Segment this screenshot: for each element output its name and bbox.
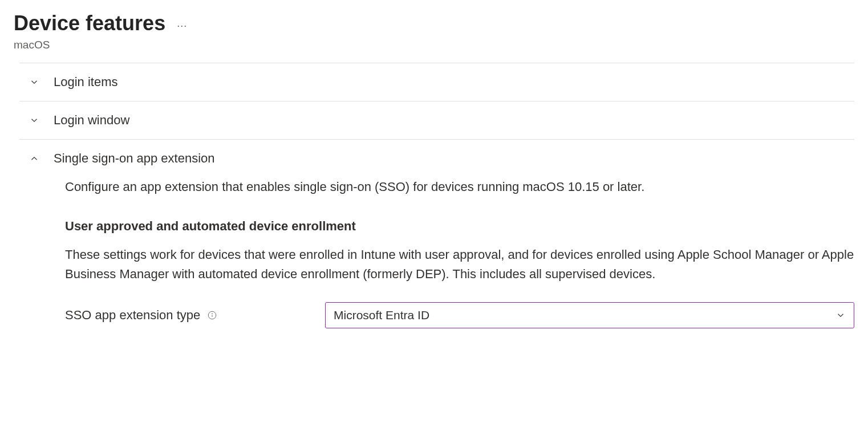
section-title: Login window xyxy=(54,113,129,128)
label-text: SSO app extension type xyxy=(65,308,200,323)
sso-type-dropdown[interactable]: Microsoft Entra ID xyxy=(325,302,854,328)
section-sso-extension: Single sign-on app extension Configure a… xyxy=(19,139,854,342)
section-subheading: User approved and automated device enrol… xyxy=(65,219,854,234)
chevron-down-icon xyxy=(29,115,40,126)
chevron-down-icon xyxy=(29,76,40,88)
chevron-down-icon xyxy=(835,310,846,320)
dropdown-value: Microsoft Entra ID xyxy=(334,308,429,322)
page-header: Device features ··· macOS xyxy=(14,11,854,51)
info-icon[interactable] xyxy=(207,310,217,320)
header-title-row: Device features ··· xyxy=(14,11,854,35)
field-label-sso-type: SSO app extension type xyxy=(65,308,316,323)
section-login-window: Login window xyxy=(19,101,854,139)
more-options-icon[interactable]: ··· xyxy=(177,20,187,32)
section-title: Single sign-on app extension xyxy=(54,151,215,166)
field-row-sso-type: SSO app extension type Microsoft Entra I… xyxy=(65,302,854,328)
page-title: Device features xyxy=(14,11,165,35)
section-header-login-items[interactable]: Login items xyxy=(19,63,854,101)
section-login-items: Login items xyxy=(19,63,854,101)
section-header-login-window[interactable]: Login window xyxy=(19,101,854,139)
chevron-up-icon xyxy=(29,153,40,164)
section-title: Login items xyxy=(54,75,118,90)
section-body-sso: Configure an app extension that enables … xyxy=(19,177,854,342)
section-body-text: These settings work for devices that wer… xyxy=(65,245,854,284)
section-description: Configure an app extension that enables … xyxy=(65,177,854,196)
page-subtitle: macOS xyxy=(14,39,854,51)
svg-point-2 xyxy=(212,314,213,314)
section-header-sso-extension[interactable]: Single sign-on app extension xyxy=(19,140,854,177)
